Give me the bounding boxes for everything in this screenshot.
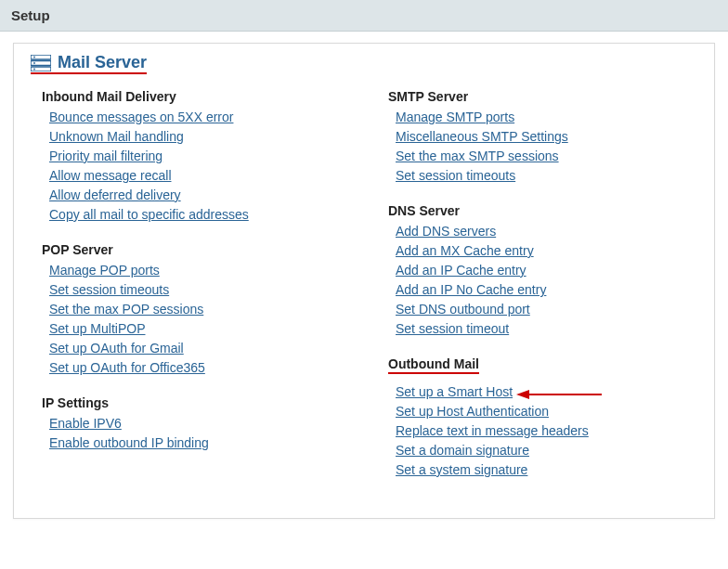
link-unknown-mail-handling[interactable]: Unknown Mail handling bbox=[49, 129, 184, 144]
link-enable-ipv6[interactable]: Enable IPV6 bbox=[49, 416, 122, 431]
right-column: SMTP Server Manage SMTP ports Miscellane… bbox=[388, 89, 697, 498]
link-system-signature[interactable]: Set a system signature bbox=[396, 462, 527, 477]
section-inbound-mail-delivery: Inbound Mail Delivery Bounce messages on… bbox=[42, 89, 351, 222]
annotation-arrow-icon bbox=[516, 387, 602, 405]
link-add-dns-servers[interactable]: Add DNS servers bbox=[396, 224, 496, 239]
svg-marker-7 bbox=[516, 390, 529, 399]
section-heading: DNS Server bbox=[388, 203, 697, 218]
section-outbound-mail: Outbound Mail Set up a Smart Host Set up… bbox=[388, 356, 697, 477]
link-dns-outbound-port[interactable]: Set DNS outbound port bbox=[396, 302, 530, 317]
link-outbound-ip-binding[interactable]: Enable outbound IP binding bbox=[49, 435, 209, 450]
link-bounce-messages[interactable]: Bounce messages on 5XX error bbox=[49, 110, 233, 124]
section-heading: Inbound Mail Delivery bbox=[42, 89, 351, 104]
link-allow-deferred-delivery[interactable]: Allow deferred delivery bbox=[49, 188, 181, 202]
columns-container: Inbound Mail Delivery Bounce messages on… bbox=[31, 89, 697, 498]
link-dns-session-timeout[interactable]: Set session timeout bbox=[396, 321, 509, 336]
link-pop-session-timeouts[interactable]: Set session timeouts bbox=[49, 282, 169, 297]
section-heading: Outbound Mail bbox=[388, 356, 479, 374]
link-domain-signature[interactable]: Set a domain signature bbox=[396, 443, 529, 458]
left-column: Inbound Mail Delivery Bounce messages on… bbox=[42, 89, 351, 498]
panel-title: Mail Server bbox=[58, 53, 147, 72]
svg-point-5 bbox=[33, 68, 35, 70]
link-manage-smtp-ports[interactable]: Manage SMTP ports bbox=[396, 110, 514, 124]
link-max-pop-sessions[interactable]: Set the max POP sessions bbox=[49, 302, 203, 317]
main-panel: Mail Server Inbound Mail Delivery Bounce… bbox=[13, 43, 715, 519]
link-host-authentication[interactable]: Set up Host Authentication bbox=[396, 404, 549, 419]
link-max-smtp-sessions[interactable]: Set the max SMTP sessions bbox=[396, 149, 559, 163]
smart-host-row: Set up a Smart Host bbox=[388, 384, 697, 399]
section-pop-server: POP Server Manage POP ports Set session … bbox=[42, 242, 351, 375]
link-misc-smtp-settings[interactable]: Miscellaneous SMTP Settings bbox=[396, 129, 568, 144]
link-add-ip-no-cache[interactable]: Add an IP No Cache entry bbox=[396, 282, 546, 297]
page-header-title: Setup bbox=[11, 7, 50, 23]
panel-title-underline: Mail Server bbox=[31, 53, 147, 74]
svg-point-3 bbox=[33, 56, 35, 58]
section-ip-settings: IP Settings Enable IPV6 Enable outbound … bbox=[42, 395, 351, 450]
section-heading-wrap: Outbound Mail bbox=[388, 356, 697, 380]
link-smart-host[interactable]: Set up a Smart Host bbox=[396, 384, 513, 399]
section-heading: SMTP Server bbox=[388, 89, 697, 104]
link-multipop[interactable]: Set up MultiPOP bbox=[49, 321, 146, 336]
section-smtp-server: SMTP Server Manage SMTP ports Miscellane… bbox=[388, 89, 697, 183]
link-smtp-session-timeouts[interactable]: Set session timeouts bbox=[396, 168, 515, 183]
mail-server-icon bbox=[31, 55, 51, 71]
section-dns-server: DNS Server Add DNS servers Add an MX Cac… bbox=[388, 203, 697, 336]
svg-point-4 bbox=[33, 62, 35, 64]
section-heading: IP Settings bbox=[42, 395, 351, 410]
page-header: Setup bbox=[0, 0, 728, 32]
link-copy-all-mail[interactable]: Copy all mail to specific addresses bbox=[49, 207, 249, 222]
link-priority-mail-filtering[interactable]: Priority mail filtering bbox=[49, 149, 162, 163]
link-oauth-office365[interactable]: Set up OAuth for Office365 bbox=[49, 360, 205, 375]
link-add-mx-cache[interactable]: Add an MX Cache entry bbox=[396, 243, 534, 258]
link-replace-headers[interactable]: Replace text in message headers bbox=[396, 423, 589, 438]
link-oauth-gmail[interactable]: Set up OAuth for Gmail bbox=[49, 341, 184, 356]
link-allow-message-recall[interactable]: Allow message recall bbox=[49, 168, 172, 183]
link-manage-pop-ports[interactable]: Manage POP ports bbox=[49, 263, 160, 278]
section-heading: POP Server bbox=[42, 242, 351, 257]
link-add-ip-cache[interactable]: Add an IP Cache entry bbox=[396, 263, 526, 278]
panel-title-row: Mail Server bbox=[31, 53, 697, 74]
